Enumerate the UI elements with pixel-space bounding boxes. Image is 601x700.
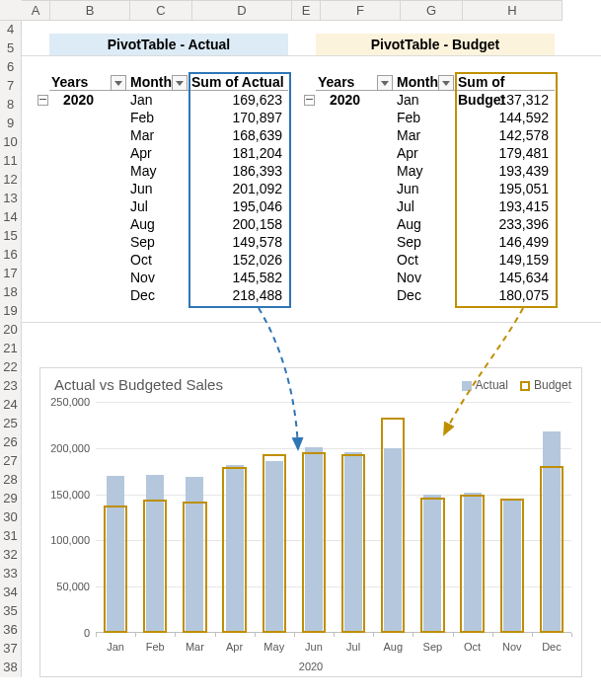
value-cell[interactable]: 142,578: [456, 126, 555, 144]
row-header[interactable]: 26: [0, 433, 22, 452]
month-cell[interactable]: Jan: [395, 91, 456, 109]
value-cell[interactable]: 201,092: [189, 180, 288, 197]
value-cell[interactable]: 186,393: [189, 162, 288, 180]
row-header[interactable]: 9: [0, 115, 22, 133]
row-header[interactable]: 11: [0, 152, 22, 171]
collapse-icon[interactable]: [38, 95, 48, 106]
value-cell[interactable]: 233,396: [456, 215, 555, 233]
value-cell[interactable]: 218,488: [189, 286, 288, 304]
row-header[interactable]: 21: [0, 340, 22, 358]
column-header[interactable]: G: [401, 1, 463, 21]
row-header[interactable]: 5: [0, 39, 22, 58]
row-header[interactable]: 31: [0, 527, 22, 546]
bar-budget[interactable]: [222, 467, 246, 633]
value-cell[interactable]: 180,075: [456, 286, 555, 304]
month-cell[interactable]: Feb: [128, 109, 189, 126]
row-header[interactable]: 17: [0, 265, 22, 283]
value-cell[interactable]: 146,499: [456, 233, 555, 251]
value-cell[interactable]: 168,639: [189, 126, 288, 144]
column-header[interactable]: C: [130, 1, 192, 21]
bar-budget[interactable]: [104, 506, 127, 633]
month-cell[interactable]: Jun: [395, 180, 456, 197]
value-cell[interactable]: 145,634: [456, 269, 555, 286]
row-header[interactable]: 30: [0, 508, 22, 527]
row-header[interactable]: 7: [0, 77, 22, 96]
month-cell[interactable]: Jul: [395, 197, 456, 215]
pivot-header-month[interactable]: Month: [128, 73, 189, 91]
bar-budget[interactable]: [341, 454, 365, 633]
row-header[interactable]: 16: [0, 246, 22, 265]
month-cell[interactable]: Aug: [395, 215, 456, 233]
value-cell[interactable]: 137,312: [456, 91, 555, 109]
row-header[interactable]: 38: [0, 659, 22, 677]
row-header[interactable]: 23: [0, 377, 22, 396]
row-header[interactable]: 25: [0, 415, 22, 433]
value-cell[interactable]: 195,046: [189, 197, 288, 215]
bar-budget[interactable]: [381, 418, 405, 633]
row-header[interactable]: 19: [0, 302, 22, 321]
row-header[interactable]: 8: [0, 96, 22, 115]
value-cell[interactable]: 193,439: [456, 162, 555, 180]
row-header[interactable]: 12: [0, 171, 22, 190]
bar-budget[interactable]: [420, 498, 444, 633]
column-header[interactable]: E: [292, 1, 321, 21]
row-header[interactable]: 20: [0, 321, 22, 340]
row-header[interactable]: 27: [0, 452, 22, 471]
value-cell[interactable]: 170,897: [189, 109, 288, 126]
month-cell[interactable]: Mar: [395, 126, 456, 144]
column-header[interactable]: H: [463, 1, 563, 21]
value-cell[interactable]: 145,582: [189, 269, 288, 286]
pivot-year[interactable]: 2020: [49, 91, 128, 109]
month-cell[interactable]: Aug: [128, 215, 189, 233]
value-cell[interactable]: 193,415: [456, 197, 555, 215]
bar-budget[interactable]: [183, 502, 206, 633]
collapse-icon[interactable]: [304, 95, 315, 106]
row-header[interactable]: 28: [0, 471, 22, 490]
pivot-year[interactable]: 2020: [316, 91, 395, 109]
month-cell[interactable]: Nov: [395, 269, 456, 286]
month-cell[interactable]: Apr: [395, 144, 456, 162]
row-header[interactable]: 33: [0, 565, 22, 583]
value-cell[interactable]: 144,592: [456, 109, 555, 126]
row-header[interactable]: 32: [0, 546, 22, 565]
value-cell[interactable]: 181,204: [189, 144, 288, 162]
month-cell[interactable]: Mar: [128, 126, 189, 144]
bar-budget[interactable]: [302, 452, 326, 633]
month-cell[interactable]: Apr: [128, 144, 189, 162]
bar-budget[interactable]: [500, 499, 524, 633]
filter-dropdown-icon[interactable]: [172, 75, 188, 91]
month-cell[interactable]: May: [395, 162, 456, 180]
row-header[interactable]: 13: [0, 190, 22, 208]
row-header[interactable]: 35: [0, 602, 22, 621]
month-cell[interactable]: Oct: [395, 251, 456, 269]
month-cell[interactable]: May: [128, 162, 189, 180]
filter-dropdown-icon[interactable]: [377, 75, 393, 91]
row-header[interactable]: 29: [0, 490, 22, 508]
month-cell[interactable]: Jul: [128, 197, 189, 215]
row-header[interactable]: 15: [0, 227, 22, 246]
filter-dropdown-icon[interactable]: [438, 75, 454, 91]
row-header[interactable]: 6: [0, 58, 22, 77]
value-cell[interactable]: 149,159: [456, 251, 555, 269]
pivot-header-years[interactable]: Years: [316, 73, 395, 91]
chart[interactable]: Actual vs Budgeted Sales Actual Budget 0…: [39, 367, 582, 677]
row-header[interactable]: 36: [0, 621, 22, 640]
value-cell[interactable]: 195,051: [456, 180, 555, 197]
month-cell[interactable]: Oct: [128, 251, 189, 269]
month-cell[interactable]: Dec: [395, 286, 456, 304]
column-header[interactable]: B: [50, 1, 130, 21]
pivot-header-month[interactable]: Month: [395, 73, 456, 91]
month-cell[interactable]: Sep: [128, 233, 189, 251]
row-header[interactable]: 18: [0, 283, 22, 302]
column-header[interactable]: A: [22, 1, 50, 21]
row-header[interactable]: 24: [0, 396, 22, 415]
row-header[interactable]: 34: [0, 583, 22, 602]
value-cell[interactable]: 169,623: [189, 91, 288, 109]
bar-budget[interactable]: [263, 454, 286, 633]
bar-budget[interactable]: [143, 500, 167, 633]
row-header[interactable]: 37: [0, 640, 22, 659]
pivot-header-years[interactable]: Years: [49, 73, 128, 91]
value-cell[interactable]: 179,481: [456, 144, 555, 162]
month-cell[interactable]: Jan: [128, 91, 189, 109]
value-cell[interactable]: 149,578: [189, 233, 288, 251]
